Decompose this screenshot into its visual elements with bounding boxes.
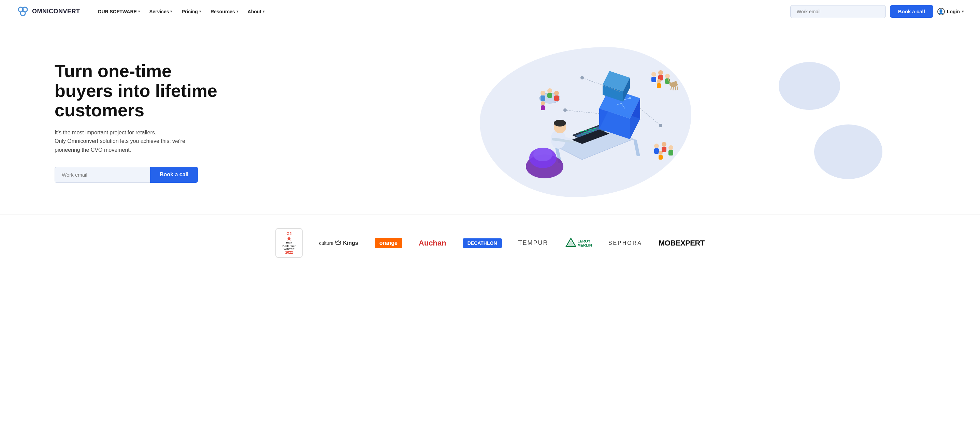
decathlon-logo: DECATHLON xyxy=(463,238,502,248)
svg-point-23 xyxy=(629,97,631,99)
chevron-down-icon: ▾ xyxy=(962,10,964,13)
login-button[interactable]: 👤 Login ▾ xyxy=(937,8,964,15)
nav-links: OUR SOFTWARE ▾ Services ▾ Pricing ▾ Reso… xyxy=(94,6,790,17)
svg-point-34 xyxy=(581,76,584,79)
nav-right: Book a call 👤 Login ▾ xyxy=(790,5,964,18)
svg-point-65 xyxy=(659,151,663,155)
hero-book-call-button[interactable]: Book a call xyxy=(150,167,198,183)
svg-point-43 xyxy=(541,101,545,105)
user-icon: 👤 xyxy=(937,8,945,15)
svg-line-32 xyxy=(640,108,660,125)
svg-rect-52 xyxy=(657,83,661,88)
svg-line-30 xyxy=(565,110,599,114)
badge-year: 2022 xyxy=(285,251,293,254)
svg-point-41 xyxy=(547,88,552,93)
hero-title: Turn one-time buyers into lifetime custo… xyxy=(55,61,232,120)
hero-illustration xyxy=(232,47,939,197)
nav-item-about[interactable]: About ▾ xyxy=(243,6,269,17)
orange-logo: orange xyxy=(375,238,402,248)
nav-item-software[interactable]: OUR SOFTWARE ▾ xyxy=(94,6,144,17)
nav-email-input[interactable] xyxy=(790,5,886,18)
hero-email-input[interactable] xyxy=(55,167,150,183)
hero-cta: Book a call xyxy=(55,167,232,183)
svg-marker-68 xyxy=(336,240,341,244)
svg-point-8 xyxy=(533,147,552,161)
svg-rect-38 xyxy=(541,95,545,101)
blob-background-3 xyxy=(814,124,882,179)
hero-section: Turn one-time buyers into lifetime custo… xyxy=(0,23,980,214)
svg-rect-62 xyxy=(662,147,667,152)
chevron-down-icon: ▾ xyxy=(237,10,238,13)
hero-left: Turn one-time buyers into lifetime custo… xyxy=(55,61,232,182)
chevron-down-icon: ▾ xyxy=(263,10,264,13)
hero-subtitle: It's the most important project for reta… xyxy=(55,128,191,154)
svg-rect-42 xyxy=(547,93,552,98)
svg-point-51 xyxy=(657,79,661,83)
logo-icon xyxy=(16,5,29,18)
svg-point-47 xyxy=(658,70,663,75)
g2-badge: G2 High Performer WINTER 2022 xyxy=(275,228,303,258)
svg-marker-5 xyxy=(633,139,640,156)
svg-point-45 xyxy=(651,72,656,77)
svg-marker-67 xyxy=(286,236,291,241)
svg-line-58 xyxy=(677,86,678,90)
nav-item-resources[interactable]: Resources ▾ xyxy=(207,6,242,17)
tempur-logo: TEMPUR xyxy=(518,239,548,247)
g2-label: G2 xyxy=(286,232,292,236)
chevron-down-icon: ▾ xyxy=(170,10,172,13)
svg-point-63 xyxy=(668,145,673,150)
svg-line-56 xyxy=(673,87,674,90)
svg-rect-66 xyxy=(659,155,663,160)
svg-point-35 xyxy=(659,124,662,127)
culture-kings-logo: culture Kings xyxy=(319,240,358,247)
logo-link[interactable]: OMNICONVERT xyxy=(16,5,80,18)
nav-item-pricing[interactable]: Pricing ▾ xyxy=(177,6,205,17)
badge-season: WINTER xyxy=(283,247,294,251)
svg-point-61 xyxy=(662,142,667,147)
svg-point-33 xyxy=(563,108,567,112)
svg-point-2 xyxy=(21,11,25,16)
mobexpert-logo: MOBEXPERT xyxy=(659,239,705,247)
svg-point-69 xyxy=(338,244,339,245)
hero-svg-illustration xyxy=(487,51,684,194)
logo-text: OMNICONVERT xyxy=(32,8,80,15)
svg-point-54 xyxy=(674,81,677,84)
svg-rect-40 xyxy=(554,95,559,101)
nav-item-services[interactable]: Services ▾ xyxy=(145,6,177,17)
nav-book-call-button[interactable]: Book a call xyxy=(890,5,933,18)
blob-background-2 xyxy=(779,62,840,110)
high-performer-label: High Performer xyxy=(280,241,298,247)
chevron-down-icon: ▾ xyxy=(199,10,201,13)
svg-point-59 xyxy=(654,144,659,148)
svg-rect-44 xyxy=(541,105,545,110)
auchan-logo: Auchan xyxy=(419,239,446,247)
navbar: OMNICONVERT OUR SOFTWARE ▾ Services ▾ Pr… xyxy=(0,0,980,23)
svg-point-49 xyxy=(665,74,670,78)
g2-star-icon xyxy=(286,236,292,241)
svg-rect-46 xyxy=(651,77,656,82)
svg-rect-64 xyxy=(668,150,673,155)
culture-kings-crown-icon xyxy=(335,240,342,247)
leroy-merlin-icon xyxy=(565,237,577,249)
svg-point-11 xyxy=(554,120,566,127)
sephora-logo: SEPHORA xyxy=(608,240,642,246)
svg-rect-60 xyxy=(654,148,659,154)
leroy-merlin-logo: LEROY MERLIN xyxy=(565,237,592,249)
svg-point-37 xyxy=(541,91,545,95)
chevron-down-icon: ▾ xyxy=(138,10,140,13)
svg-line-55 xyxy=(671,86,671,90)
logos-section: G2 High Performer WINTER 2022 culture Ki… xyxy=(0,214,980,271)
svg-point-39 xyxy=(554,91,559,95)
